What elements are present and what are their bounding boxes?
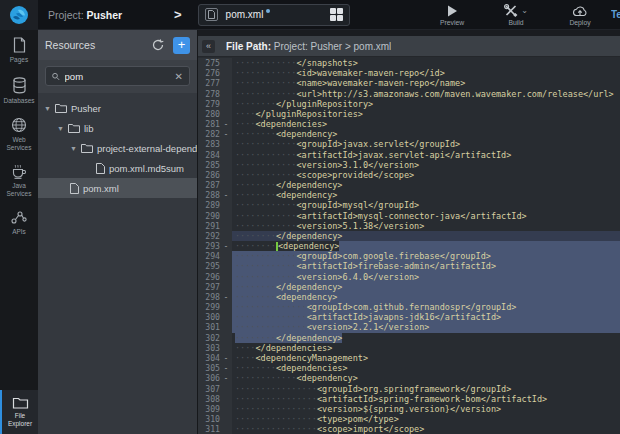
tree-item[interactable]: pom.xml.md5sum bbox=[38, 158, 197, 178]
code-line-content: ··············<artifactId>javapns-jdk16<… bbox=[232, 312, 620, 322]
code-line[interactable]: 282-········<dependency> bbox=[198, 129, 620, 139]
fold-spacer bbox=[220, 89, 232, 99]
indent-guides: ············ bbox=[235, 78, 296, 88]
code-line[interactable]: 293-········<dependency> bbox=[198, 241, 620, 251]
code-line[interactable]: 310················<type>pom</type> bbox=[198, 414, 620, 424]
code-line[interactable]: 276············<id>wavemaker-maven-repo<… bbox=[198, 68, 620, 78]
indent-guides: ············ bbox=[235, 68, 296, 78]
code-area[interactable]: 275············</snapshots>276··········… bbox=[198, 57, 620, 434]
code-line[interactable]: 278············<url>http://s3.amazonaws.… bbox=[198, 89, 620, 99]
code-line[interactable]: 306-············<dependency> bbox=[198, 373, 620, 383]
sidebar-item-web-services[interactable]: Web Services bbox=[0, 110, 38, 157]
gutter: 291 bbox=[198, 221, 232, 231]
chevron-down-icon[interactable]: ▼ bbox=[44, 105, 51, 112]
code-line[interactable]: 283············<groupId>javax.servlet</g… bbox=[198, 139, 620, 149]
refresh-button[interactable] bbox=[151, 38, 165, 52]
fold-marker-icon[interactable]: - bbox=[220, 292, 232, 302]
file-icon bbox=[205, 8, 218, 21]
sidebar-item-java-services[interactable]: Java Services bbox=[0, 157, 38, 203]
fold-spacer bbox=[220, 150, 232, 160]
code-line[interactable]: 287········</dependency> bbox=[198, 180, 620, 190]
code-line[interactable]: 300··············<artifactId>javapns-jdk… bbox=[198, 312, 620, 322]
code-line[interactable]: 294············<groupId>com.google.fireb… bbox=[198, 251, 620, 261]
code-line[interactable]: 279········</pluginRepository> bbox=[198, 99, 620, 109]
code-line[interactable]: 295············<artifactId>firebase-admi… bbox=[198, 261, 620, 271]
fold-spacer bbox=[220, 404, 232, 414]
code-line[interactable]: 308················<artifactId>spring-fr… bbox=[198, 394, 620, 404]
preview-button[interactable]: Preview bbox=[431, 4, 473, 26]
fold-marker-icon[interactable]: - bbox=[220, 373, 232, 383]
truncated-right-label[interactable]: Te bbox=[611, 9, 620, 20]
line-number: 303 bbox=[198, 343, 220, 353]
chevron-down-icon[interactable]: ▼ bbox=[70, 145, 77, 152]
sidebar-item-file-explorer[interactable]: File Explorer bbox=[0, 390, 38, 434]
chevron-down-icon[interactable]: ▼ bbox=[57, 125, 64, 132]
fold-marker-icon[interactable]: - bbox=[220, 119, 232, 129]
gutter: 292 bbox=[198, 231, 232, 241]
sidebar-item-apis[interactable]: APIs bbox=[0, 203, 38, 242]
gutter: 301 bbox=[198, 322, 232, 332]
code-line[interactable]: 309················<version>${spring.ver… bbox=[198, 404, 620, 414]
code-line[interactable]: 292········</dependency> bbox=[198, 231, 620, 241]
tree-item[interactable]: ▼lib bbox=[38, 118, 197, 138]
fold-spacer bbox=[220, 58, 232, 68]
code-line[interactable]: 277············<name>wavemaker-maven-rep… bbox=[198, 78, 620, 88]
code-line[interactable]: 289············<groupId>mysql</groupId> bbox=[198, 200, 620, 210]
tab-pom-xml[interactable]: pom.xml bbox=[198, 4, 350, 26]
code-line[interactable]: 301··············<version>2.2.1</version… bbox=[198, 322, 620, 332]
code-line[interactable]: 298-········<dependency> bbox=[198, 292, 620, 302]
fold-marker-icon[interactable]: - bbox=[220, 353, 232, 363]
code-line[interactable]: 296············<version>6.4.0</version> bbox=[198, 272, 620, 282]
code-line[interactable]: 299··············<groupId>com.github.fer… bbox=[198, 302, 620, 312]
collapse-panel-icon[interactable]: « bbox=[202, 40, 215, 53]
fold-marker-icon[interactable]: - bbox=[220, 241, 232, 251]
gutter: 284 bbox=[198, 150, 232, 160]
deploy-button[interactable]: Deploy bbox=[559, 4, 601, 26]
code-line[interactable]: 284············<artifactId>javax.servlet… bbox=[198, 150, 620, 160]
fold-marker-icon[interactable]: - bbox=[220, 363, 232, 373]
file-tree: ▼Pusher▼lib▼project-external-dependencie… bbox=[38, 93, 197, 434]
code-line[interactable]: 302········</dependency> bbox=[198, 333, 620, 343]
sidebar-item-pages[interactable]: Pages bbox=[0, 30, 38, 70]
build-dropdown-chevron-icon[interactable]: ⌄ bbox=[521, 6, 528, 15]
code-line[interactable]: 305-········<dependencies> bbox=[198, 363, 620, 373]
add-resource-button[interactable]: + bbox=[173, 37, 190, 54]
file-path: File Path: Project: Pusher > pom.xml bbox=[226, 41, 391, 52]
indent-guides: ············ bbox=[235, 373, 296, 383]
code-line[interactable]: 303····</dependencies> bbox=[198, 343, 620, 353]
grid-view-icon[interactable] bbox=[330, 8, 343, 21]
gutter: 275 bbox=[198, 58, 232, 68]
code-line-content: ········</pluginRepository> bbox=[232, 99, 620, 109]
code-line[interactable]: 290············<artifactId>mysql-connect… bbox=[198, 211, 620, 221]
code-text: <scope>import</scope> bbox=[317, 424, 424, 434]
code-line[interactable]: 288-········<dependency> bbox=[198, 190, 620, 200]
code-line[interactable]: 281-····<dependencies> bbox=[198, 119, 620, 129]
build-button[interactable]: ⌄ Build bbox=[495, 4, 537, 26]
left-icon-rail: Pages Databases Web Services bbox=[0, 30, 38, 434]
tree-item[interactable]: ▼Pusher bbox=[38, 98, 197, 118]
tree-item[interactable]: ▼project-external-dependencies bbox=[38, 138, 197, 158]
code-line[interactable]: 311················<scope>import</scope> bbox=[198, 424, 620, 434]
code-line[interactable]: 286············<scope>provided</scope> bbox=[198, 170, 620, 180]
indent-guides: ···· bbox=[235, 343, 255, 353]
indent-guides: ········ bbox=[235, 241, 276, 251]
code-line[interactable]: 285············<version>3.1.0</version> bbox=[198, 160, 620, 170]
code-line[interactable]: 307················<groupId>org.springfr… bbox=[198, 384, 620, 394]
wavemaker-logo[interactable] bbox=[0, 0, 38, 30]
fold-marker-icon[interactable]: - bbox=[220, 129, 232, 139]
fold-spacer bbox=[220, 180, 232, 190]
code-line[interactable]: 280····</pluginRepositories> bbox=[198, 109, 620, 119]
code-line[interactable]: 275············</snapshots> bbox=[198, 58, 620, 68]
sidebar-item-databases[interactable]: Databases bbox=[0, 70, 38, 111]
code-line[interactable]: 291············<version>5.1.38</version> bbox=[198, 221, 620, 231]
search-box[interactable]: ✕ bbox=[45, 66, 190, 86]
search-input[interactable] bbox=[65, 71, 175, 82]
folder-icon bbox=[68, 123, 80, 133]
code-line-content: ········<dependency> bbox=[232, 190, 620, 200]
clear-search-icon[interactable]: ✕ bbox=[175, 71, 183, 82]
code-line[interactable]: 297········</dependency> bbox=[198, 282, 620, 292]
code-line[interactable]: 304-····<dependencyManagement> bbox=[198, 353, 620, 363]
fold-marker-icon[interactable]: - bbox=[220, 190, 232, 200]
tree-item[interactable]: pom.xml bbox=[38, 178, 197, 198]
fold-spacer bbox=[220, 302, 232, 312]
